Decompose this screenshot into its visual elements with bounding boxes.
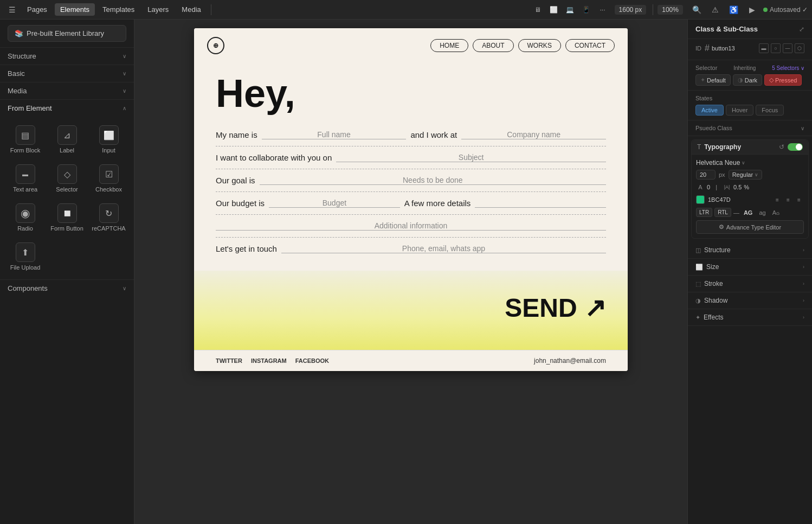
ltr-button[interactable]: LTR — [696, 208, 712, 217]
focus-state[interactable]: Focus — [756, 105, 784, 116]
subject-field[interactable]: Subject — [336, 153, 606, 162]
size-collapsible[interactable]: ⬜ Size › — [688, 259, 812, 276]
line-height: |A| 0.5 % — [723, 183, 749, 191]
align-left-icon[interactable]: ≡ — [772, 195, 782, 205]
dark-pill[interactable]: ◑ Dark — [733, 74, 762, 86]
line-height-value[interactable]: 0.5 — [733, 184, 742, 190]
form-row-4: Our budget is Budget A few more details — [216, 192, 606, 215]
structure-collapsible[interactable]: ◫ Structure › — [688, 242, 812, 259]
file-upload-element[interactable]: ⬆ File Upload — [5, 238, 45, 275]
undo-icon[interactable]: ↺ — [779, 143, 784, 151]
textarea-element[interactable]: ▬ Text area — [5, 160, 45, 197]
canvas-gradient: SEND ↗ — [194, 271, 628, 350]
laptop-icon[interactable]: 💻 — [563, 2, 578, 17]
nav-home[interactable]: HOME — [430, 39, 468, 52]
uppercase-button[interactable]: AG — [742, 209, 755, 216]
form-button-element[interactable]: ⬜ Form Button — [47, 199, 87, 236]
tablet-icon[interactable]: ⬜ — [546, 2, 562, 17]
company-name-field[interactable]: Company name — [461, 130, 606, 139]
titlecase-button[interactable]: Ag — [770, 209, 782, 216]
form-block-element[interactable]: ▤ Form Block — [5, 121, 45, 158]
mobile-icon[interactable]: 📱 — [579, 2, 594, 17]
color-align-row: 1BC47D ≡ ≡ ≡ — [696, 195, 804, 205]
radio-icon: ◉ — [16, 203, 35, 223]
pressed-pill[interactable]: ◇ Pressed — [764, 74, 802, 86]
elements-nav[interactable]: Elements — [55, 3, 95, 16]
footer-twitter[interactable]: TWITTER — [216, 357, 242, 364]
radio-element[interactable]: ◉ Radio — [5, 199, 45, 236]
hero-title: Hey, — [216, 74, 606, 113]
line-height-unit: % — [744, 184, 749, 190]
selector-element[interactable]: ◇ Selector — [47, 160, 87, 197]
components-section[interactable]: Components ∨ — [0, 279, 134, 297]
basic-section[interactable]: Basic ∨ — [0, 65, 134, 82]
typography-toggle[interactable] — [788, 143, 803, 151]
nav-works[interactable]: WORKS — [518, 39, 561, 52]
font-family-selector[interactable]: Helvetica Neue ∨ — [696, 159, 745, 167]
search-icon[interactable]: 🔍 — [689, 2, 705, 17]
input-element[interactable]: ⬜ Input — [89, 121, 128, 158]
recaptcha-icon: ↻ — [99, 203, 119, 223]
zoom-display[interactable]: 100% — [658, 5, 683, 15]
left-sidebar: 📚 Pre-built Element Library Structure ∨ … — [0, 20, 134, 524]
media-section[interactable]: Media ∨ — [0, 82, 134, 99]
expand-icon[interactable]: ⤢ — [799, 25, 804, 33]
default-pill[interactable]: ✦ Default — [695, 74, 731, 86]
templates-nav[interactable]: Templates — [97, 3, 140, 16]
goal-field[interactable]: Needs to be done — [260, 176, 606, 185]
recaptcha-element[interactable]: ↻ reCAPTCHA — [89, 199, 128, 236]
line-icon[interactable]: — — [783, 43, 792, 53]
letter-spacing-value[interactable]: 0 — [707, 184, 710, 190]
rtl-button[interactable]: RTL — [714, 208, 731, 217]
label-element[interactable]: ⊿ Label — [47, 121, 87, 158]
stroke-collapsible[interactable]: ⬚ Stroke › — [688, 276, 812, 292]
nav-about[interactable]: ABOUT — [473, 39, 513, 52]
selector-row: Selector Inheriting 5 Selectors ∨ — [695, 65, 804, 71]
desktop-icon[interactable]: 🖥 — [530, 2, 545, 17]
pages-nav[interactable]: Pages — [22, 3, 53, 16]
align-right-icon[interactable]: ≡ — [794, 195, 804, 205]
active-state[interactable]: Active — [695, 105, 724, 116]
play-icon[interactable]: ▶ — [745, 2, 760, 17]
hover-state[interactable]: Hover — [726, 105, 753, 116]
nav-contact[interactable]: CONTACT — [565, 39, 615, 52]
shadow-collapsible[interactable]: ◑ Shadow › — [688, 292, 812, 309]
additional-info-field[interactable]: Additional information — [216, 221, 606, 231]
direction-row: LTR RTL — AG ag Ag — [696, 208, 782, 217]
lowercase-button[interactable]: ag — [757, 209, 768, 216]
full-name-field[interactable]: Full name — [262, 130, 407, 139]
weight-chevron: ∨ — [755, 172, 758, 177]
advance-type-editor-button[interactable]: ⚙ Advance Type Editor — [696, 220, 804, 234]
pseudo-chevron[interactable]: ∨ — [801, 125, 804, 131]
align-center-icon[interactable]: ≡ — [783, 195, 793, 205]
layers-nav[interactable]: Layers — [142, 3, 174, 16]
warning-icon[interactable]: ⚠ — [708, 2, 723, 17]
inheriting-text: Inheriting — [733, 65, 756, 71]
budget-field[interactable]: Budget — [269, 199, 400, 208]
font-size-input[interactable] — [696, 170, 716, 180]
media-nav[interactable]: Media — [176, 3, 206, 16]
circle-icon[interactable]: ○ — [771, 43, 781, 53]
details-field[interactable] — [475, 207, 606, 208]
from-element-section[interactable]: From Element ∧ — [0, 99, 134, 117]
form-block-icon: ▤ — [16, 125, 35, 145]
structure-section[interactable]: Structure ∨ — [0, 47, 134, 65]
selectors-count[interactable]: 5 Selectors ∨ — [772, 65, 804, 71]
color-swatch[interactable] — [696, 195, 705, 204]
rect-icon[interactable]: ▬ — [759, 43, 769, 53]
selector-pills: ✦ Default ◑ Dark ◇ Pressed — [695, 74, 804, 86]
separator2 — [653, 4, 653, 15]
contact-field[interactable]: Phone, email, whats app — [281, 244, 606, 253]
footer-instagram[interactable]: INSTAGRAM — [251, 357, 287, 364]
menu-icon[interactable]: ☰ — [4, 2, 20, 17]
checkbox-element[interactable]: ☑ Checkbox — [89, 160, 128, 197]
prebuilt-library-button[interactable]: 📚 Pre-built Element Library — [8, 25, 126, 42]
shape-more-icon[interactable]: ⬡ — [795, 43, 804, 53]
send-text[interactable]: SEND ↗ — [505, 292, 606, 323]
more-icon[interactable]: ··· — [595, 2, 610, 17]
font-weight-selector[interactable]: Regular ∨ — [729, 170, 763, 180]
effects-collapsible[interactable]: ✦ Effects › — [688, 309, 812, 326]
color-value[interactable]: 1BC47D — [708, 196, 731, 203]
footer-facebook[interactable]: FACEBOOK — [295, 357, 329, 364]
accessibility-icon[interactable]: ♿ — [726, 2, 742, 17]
